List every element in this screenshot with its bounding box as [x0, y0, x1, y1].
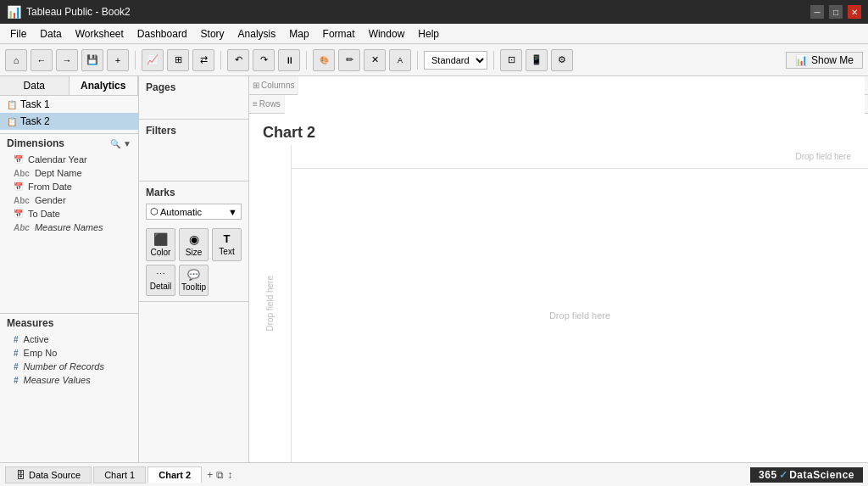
minimize-button[interactable]: ─: [810, 5, 824, 19]
field-gender[interactable]: Abc Gender: [0, 193, 138, 207]
left-panel: Data Analytics 📋 Task 1 📋 Task 2 Dimensi…: [0, 76, 139, 462]
task2-icon: 📋: [7, 117, 17, 126]
chart1-tab[interactable]: Chart 1: [93, 466, 146, 483]
toolbar-add[interactable]: +: [107, 49, 129, 71]
toolbar-color[interactable]: 🎨: [313, 49, 335, 71]
duplicate-icon[interactable]: ⧉: [216, 469, 224, 481]
toolbar-brush[interactable]: ✏: [338, 49, 360, 71]
toolbar-swap[interactable]: ⇄: [192, 49, 214, 71]
toolbar-table[interactable]: ⊞: [167, 49, 189, 71]
field-calendar-year[interactable]: 📅 Calendar Year: [0, 153, 138, 166]
columns-drop-area[interactable]: [298, 76, 865, 95]
drop-field-center[interactable]: Drop field here: [292, 169, 868, 462]
drop-center-text: Drop field here: [549, 310, 610, 321]
toolbar-home[interactable]: ⌂: [5, 49, 27, 71]
task2-item[interactable]: 📋 Task 2: [0, 113, 138, 130]
toolbar-chart[interactable]: 📈: [142, 49, 164, 71]
menu-dashboard[interactable]: Dashboard: [131, 26, 194, 42]
field-measure-values-label: Measure Values: [24, 375, 91, 385]
menu-window[interactable]: Window: [362, 26, 412, 42]
maximize-button[interactable]: □: [829, 5, 843, 19]
menu-story[interactable]: Story: [194, 26, 231, 42]
toolbar-view[interactable]: ⊡: [500, 49, 522, 71]
sep4: [417, 51, 418, 70]
analytics-tab[interactable]: Analytics: [70, 76, 139, 95]
dimensions-add-icon[interactable]: ▼: [123, 139, 131, 148]
close-button[interactable]: ✕: [848, 5, 861, 19]
size-icon: ◉: [189, 232, 199, 246]
show-me-button[interactable]: 📊 Show Me: [786, 52, 863, 69]
chart-container: Chart 2 Drop field here Drop field here …: [249, 114, 868, 462]
marks-type-label: Automatic: [160, 207, 202, 217]
standard-select[interactable]: Standard: [424, 51, 487, 70]
menu-help[interactable]: Help: [411, 26, 446, 42]
dimensions-search-icon[interactable]: 🔍: [110, 139, 120, 148]
toolbar-device[interactable]: 📱: [526, 49, 548, 71]
toolbar-forward[interactable]: →: [56, 49, 78, 71]
status-bar: 🗄 Data Source Chart 1 Chart 2 + ⧉ ↕ 365 …: [0, 462, 868, 486]
datasource-tab[interactable]: 🗄 Data Source: [5, 466, 92, 483]
marks-size-button[interactable]: ◉ Size: [179, 228, 209, 261]
field-to-date[interactable]: 📅 To Date: [0, 207, 138, 221]
menu-worksheet[interactable]: Worksheet: [69, 26, 131, 42]
field-emp-no[interactable]: # Emp No: [0, 346, 138, 360]
menu-map[interactable]: Map: [282, 26, 315, 42]
task2-label: Task 2: [20, 115, 50, 127]
chart-body: Drop field here Drop field here Drop fie…: [249, 145, 868, 462]
marks-text-button[interactable]: T Text: [212, 228, 242, 261]
chart1-label: Chart 1: [104, 470, 135, 480]
menu-format[interactable]: Format: [316, 26, 362, 42]
marks-section: Marks ⬡ Automatic ▼ ⬛ Color ◉ Size T Tex…: [139, 182, 248, 302]
rows-shelf: ≡ Rows: [249, 95, 868, 114]
brand-checkmark: ✓: [779, 469, 788, 481]
menu-file[interactable]: File: [3, 26, 33, 42]
field-from-date[interactable]: 📅 From Date: [0, 180, 138, 193]
toolbar-back[interactable]: ←: [31, 49, 53, 71]
chart2-tab[interactable]: Chart 2: [147, 466, 202, 483]
measures-header: Measures: [0, 313, 138, 332]
marks-tooltip-button[interactable]: 💬 Tooltip: [179, 265, 209, 296]
toolbar-redo[interactable]: ↷: [253, 49, 275, 71]
field-dept-name[interactable]: Abc Dept Name: [0, 166, 138, 180]
field-measure-values[interactable]: # Measure Values: [0, 373, 138, 387]
dimensions-header: Dimensions 🔍 ▼: [0, 133, 138, 153]
marks-panel: Pages Filters Marks ⬡ Automatic ▼ ⬛ Colo…: [139, 76, 249, 462]
toolbar-save[interactable]: 💾: [81, 49, 103, 71]
title-left: 📊 Tableau Public - Book2: [7, 5, 131, 19]
dept-name-type-icon: Abc: [14, 169, 30, 178]
rows-drop-area[interactable]: [284, 95, 865, 114]
marks-type-dropdown[interactable]: ⬡ Automatic ▼: [146, 204, 242, 220]
toolbar-label[interactable]: A: [389, 49, 411, 71]
marks-detail-button[interactable]: ⋯ Detail: [146, 265, 175, 296]
sort-icon[interactable]: ↕: [227, 469, 232, 481]
field-number-of-records[interactable]: # Number of Records: [0, 360, 138, 373]
marks-buttons-grid: ⬛ Color ◉ Size T Text ⋯ Detail 💬 Tool: [139, 223, 248, 301]
pages-shelf: [139, 95, 248, 119]
toolbar-clear[interactable]: ✕: [364, 49, 386, 71]
drop-field-top[interactable]: Drop field here: [292, 145, 868, 169]
filters-label: Filters: [139, 120, 248, 138]
drop-field-left[interactable]: Drop field here: [249, 145, 292, 462]
toolbar-pause[interactable]: ⏸: [278, 49, 300, 71]
marks-color-button[interactable]: ⬛ Color: [146, 228, 175, 261]
marks-label: Marks: [139, 182, 248, 200]
filters-shelf: [139, 138, 248, 181]
toolbar-share[interactable]: ⚙: [551, 49, 573, 71]
add-sheet-icon[interactable]: +: [207, 469, 213, 481]
menu-analysis[interactable]: Analysis: [231, 26, 283, 42]
menu-bar: File Data Worksheet Dashboard Story Anal…: [0, 24, 868, 44]
drop-top-text: Drop field here: [795, 152, 851, 161]
menu-data[interactable]: Data: [33, 26, 68, 42]
data-tab[interactable]: Data: [0, 76, 70, 95]
title-bar: 📊 Tableau Public - Book2 ─ □ ✕: [0, 0, 868, 24]
field-measure-names[interactable]: Abc Measure Names: [0, 221, 138, 234]
marks-type-icon: ⬡: [150, 206, 159, 217]
measures-label: Measures: [7, 317, 53, 329]
field-active[interactable]: # Active: [0, 332, 138, 346]
rows-icon: ≡: [253, 99, 258, 109]
brand-suffix: DataScience: [789, 469, 854, 481]
chart-main: Drop field here Drop field here: [292, 145, 868, 462]
task1-item[interactable]: 📋 Task 1: [0, 96, 138, 113]
show-me-label: Show Me: [811, 54, 854, 66]
toolbar-undo[interactable]: ↶: [227, 49, 249, 71]
